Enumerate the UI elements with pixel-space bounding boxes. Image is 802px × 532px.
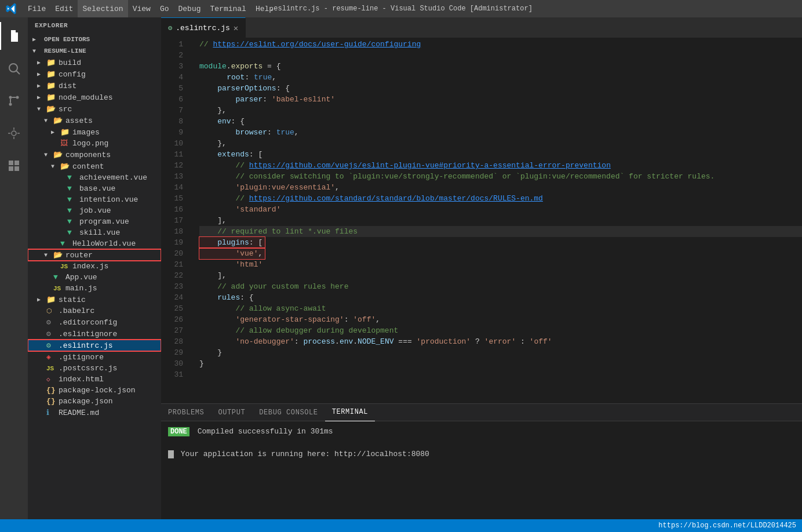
code-line-8: env: { <box>199 116 802 127</box>
panel-tab-problems[interactable]: PROBLEMS <box>161 404 211 421</box>
code-area[interactable]: // https://eslint.org/docs/user-guide/co… <box>190 38 802 403</box>
code-line-28: 'no-debugger': process.env.NODE_ENV === … <box>199 336 802 347</box>
sidebar-item-assets[interactable]: ▼ 📂 assets <box>28 115 161 126</box>
code-line-31 <box>199 369 802 380</box>
sidebar-item-content[interactable]: ▼ 📂 content <box>28 161 161 172</box>
menu-selection[interactable]: Selection <box>78 0 127 17</box>
vue-file-icon: ▼ <box>53 273 64 282</box>
sidebar-item-editorconfig[interactable]: ⚙ .editorconfig <box>28 316 161 328</box>
tab-eslintrc[interactable]: ⚙ .eslintrc.js ✕ <box>161 17 246 38</box>
sidebar-item-babelrc[interactable]: ⬡ .babelrc <box>28 305 161 316</box>
sidebar-item-eslintignore[interactable]: ⚙ .eslintignore <box>28 328 161 340</box>
folder-icon: 📂 <box>46 104 57 114</box>
sidebar-item-src[interactable]: ▼ 📂 src <box>28 103 161 115</box>
menu-debug[interactable]: Debug <box>173 0 205 17</box>
sidebar-item-images[interactable]: ▶ 📁 images <box>28 126 161 138</box>
editorconfig-icon: ⚙ <box>46 318 57 327</box>
sidebar-header: EXPLORER <box>28 17 161 34</box>
folder-icon: 📁 <box>46 93 57 102</box>
sidebar-item-config[interactable]: ▶ 📁 config <box>28 68 161 80</box>
code-line-17: ], <box>199 215 802 226</box>
svg-line-4 <box>17 71 20 75</box>
sidebar-item-helloworld-vue[interactable]: ▼ HelloWorld.vue <box>28 238 161 249</box>
files-icon[interactable] <box>0 22 28 50</box>
done-badge: DONE <box>168 427 189 436</box>
search-icon[interactable] <box>0 54 28 82</box>
svg-point-5 <box>9 103 12 106</box>
sidebar-item-logo-png[interactable]: 🖼 logo.png <box>28 138 161 149</box>
folder-icon: 📂 <box>53 250 64 260</box>
sidebar-item-gitignore[interactable]: ◈ .gitignore <box>28 351 161 363</box>
panel-tab-debug-console[interactable]: DEBUG CONSOLE <box>252 404 325 421</box>
sidebar-item-package-lock-json[interactable]: {} package-lock.json <box>28 385 161 396</box>
code-line-21: 'html' <box>199 259 802 270</box>
sidebar-item-components[interactable]: ▼ 📂 components <box>28 149 161 161</box>
code-line-29: } <box>199 347 802 358</box>
git-icon[interactable] <box>0 87 28 115</box>
sidebar-item-build[interactable]: ▶ 📁 build <box>28 57 161 68</box>
code-line-27: // allow debugger during development <box>199 325 802 336</box>
menu-bar: File Edit Selection View Go Debug Termin… <box>23 0 278 17</box>
code-line-14: 'plugin:vue/essential', <box>199 182 802 193</box>
terminal-cursor-icon <box>168 450 174 458</box>
menu-terminal[interactable]: Terminal <box>206 0 251 17</box>
code-line-16: 'standard' <box>199 204 802 215</box>
menu-file[interactable]: File <box>23 0 50 17</box>
sidebar-item-router[interactable]: ▼ 📂 router <box>28 249 161 261</box>
panel-tab-terminal[interactable]: TERMINAL <box>325 404 375 421</box>
tabs-bar: ⚙ .eslintrc.js ✕ <box>161 17 802 38</box>
title-bar: File Edit Selection View Go Debug Termin… <box>0 0 802 17</box>
gitignore-icon: ◈ <box>46 352 57 362</box>
sidebar-item-index-html[interactable]: ◇ index.html <box>28 374 161 385</box>
sidebar-item-skill-vue[interactable]: ▼ skill.vue <box>28 227 161 238</box>
menu-edit[interactable]: Edit <box>50 0 78 17</box>
sidebar-item-job-vue[interactable]: ▼ job.vue <box>28 205 161 216</box>
terminal-compiled-text: Compiled successfully in 301ms <box>198 427 333 436</box>
code-line-11: extends: [ <box>199 149 802 160</box>
project-section[interactable]: ▼ RESUME-LINE <box>28 45 161 57</box>
code-line-15: // https://github.com/standard/standard/… <box>199 193 802 204</box>
menu-view[interactable]: View <box>128 0 155 17</box>
sidebar-content[interactable]: ▶ OPEN EDITORS ▼ RESUME-LINE ▶ 📁 build ▶… <box>28 34 161 519</box>
main-layout: EXPLORER ▶ OPEN EDITORS ▼ RESUME-LINE ▶ … <box>0 17 802 519</box>
menu-go[interactable]: Go <box>155 0 174 17</box>
sidebar-item-postcssrc[interactable]: JS .postcssrc.js <box>28 363 161 374</box>
sidebar-item-program-vue[interactable]: ▼ program.vue <box>28 216 161 227</box>
sidebar-item-package-json[interactable]: {} package.json <box>28 396 161 407</box>
code-line-25: // allow async-await <box>199 303 802 314</box>
code-line-2 <box>199 50 802 61</box>
terminal-line-empty <box>168 438 795 449</box>
sidebar-item-base-vue[interactable]: ▼ base.vue <box>28 183 161 194</box>
tab-close-eslintrc[interactable]: ✕ <box>234 23 238 33</box>
sidebar-item-node_modules[interactable]: ▶ 📁 node_modules <box>28 92 161 103</box>
open-editors-section[interactable]: ▶ OPEN EDITORS <box>28 34 161 45</box>
code-line-7: }, <box>199 105 802 116</box>
vue-file-icon: ▼ <box>60 239 71 248</box>
menu-help[interactable]: Help <box>251 0 278 17</box>
sidebar-item-index-js[interactable]: JS index.js <box>28 261 161 272</box>
code-line-30: } <box>199 358 802 369</box>
sidebar-item-readme[interactable]: ℹ README.md <box>28 407 161 418</box>
svg-rect-11 <box>9 166 13 171</box>
svg-point-6 <box>16 96 19 99</box>
sidebar-item-intention-vue[interactable]: ▼ intention.vue <box>28 194 161 205</box>
svg-rect-0 <box>12 35 17 35</box>
sidebar-item-achievement-vue[interactable]: ▼ achievement.vue <box>28 172 161 183</box>
extensions-icon[interactable] <box>0 152 28 180</box>
panel-tab-output[interactable]: OUTPUT <box>211 404 252 421</box>
sidebar-item-app-vue[interactable]: ▼ App.vue <box>28 272 161 283</box>
babelrc-icon: ⬡ <box>46 307 57 315</box>
js-file-icon: JS <box>60 263 71 270</box>
code-line-23: // add your custom rules here <box>199 281 802 292</box>
folder-icon: 📂 <box>53 150 64 159</box>
svg-point-7 <box>9 96 12 99</box>
vue-file-icon: ▼ <box>67 228 78 237</box>
sidebar-item-dist[interactable]: ▶ 📁 dist <box>28 80 161 92</box>
status-bar-right: https://blog.csdn.net/LLDD2014425 <box>658 522 796 530</box>
sidebar-item-static[interactable]: ▶ 📁 static <box>28 294 161 305</box>
panel-content[interactable]: DONE Compiled successfully in 301ms Your… <box>161 421 802 519</box>
debug-icon[interactable] <box>0 119 28 147</box>
sidebar-item-eslintrc[interactable]: ⚙ .eslintrc.js <box>28 340 161 351</box>
sidebar-item-main-js[interactable]: JS main.js <box>28 283 161 294</box>
code-line-12: // https://github.com/vuejs/eslint-plugi… <box>199 160 802 171</box>
